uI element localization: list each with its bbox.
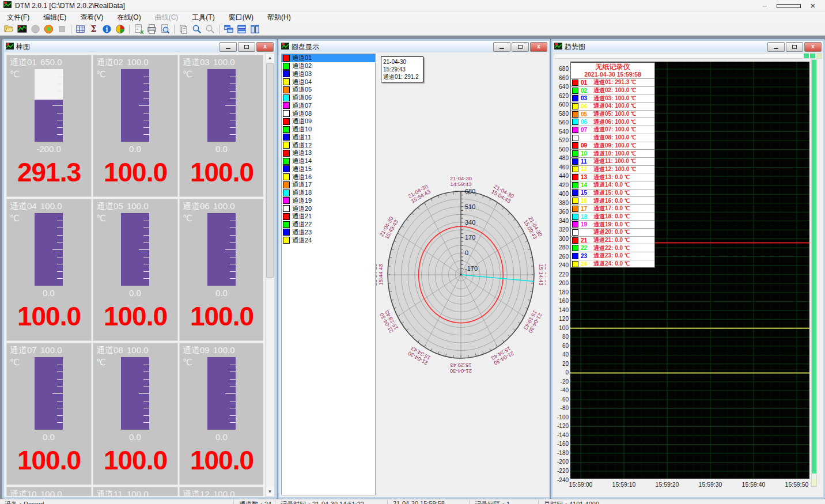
channel-list-item[interactable]: 通道24 (282, 236, 375, 244)
menu-5[interactable]: 曲线(C) (148, 12, 186, 23)
channel-list-item[interactable]: 通道04 (282, 78, 375, 86)
channel-color-swatch (283, 181, 290, 188)
menu-6[interactable]: 工具(T) (185, 12, 221, 23)
channel-color-swatch (283, 158, 290, 165)
open-file-icon[interactable] (2, 23, 16, 35)
channel-list[interactable]: 通道01通道02通道03通道04通道05通道06通道07通道08通道09通道10… (281, 54, 376, 495)
channel-list-item[interactable]: 通道06 (282, 94, 375, 102)
menu-2[interactable]: 编辑(E) (36, 12, 73, 23)
maximize-button[interactable] (512, 42, 529, 52)
scrollbar-thumb[interactable] (812, 60, 816, 473)
minimize-button[interactable]: – (752, 0, 777, 12)
record-icon[interactable] (42, 23, 55, 35)
channel-list-item[interactable]: 通道10 (282, 126, 375, 134)
scrollbar-thumb[interactable] (266, 63, 274, 278)
scroll-down-icon[interactable]: ▼ (266, 487, 274, 496)
menu-1[interactable]: 文件(F) (0, 12, 36, 23)
legend-row: 17通道17: 0.0 ℃ (571, 205, 654, 213)
channel-list-item[interactable]: 通道01 (282, 54, 375, 62)
channel-list-item[interactable]: 通道21 (282, 213, 375, 221)
scrollbar-thumb[interactable] (804, 54, 809, 58)
scrollbar-thumb[interactable] (810, 54, 815, 58)
channel-value-text: 通道02: 100.0 ℃ (593, 86, 636, 94)
channel-list-item[interactable]: 通道16 (282, 173, 375, 181)
start-disabled-icon[interactable] (29, 23, 42, 35)
channel-list-item[interactable]: 通道13 (282, 149, 375, 157)
tile-vertical-icon[interactable] (248, 23, 262, 35)
cascade-windows-icon[interactable] (222, 23, 235, 35)
menu-3[interactable]: 查看(V) (73, 12, 110, 23)
info-icon[interactable]: i (100, 23, 113, 35)
maximize-button[interactable] (786, 42, 803, 52)
channel-list-item[interactable]: 通道18 (282, 189, 375, 197)
scale-max-label: 100.0 (213, 345, 235, 355)
close-button[interactable]: x (804, 42, 822, 52)
stop-disabled-icon[interactable] (55, 23, 69, 35)
channel-list-item[interactable]: 通道23 (282, 229, 375, 237)
tick-mark (143, 91, 149, 92)
y-axis-tick-label: 200 (552, 280, 569, 286)
bar-gauge-panel: 通道10100.0℃0.0100.0 (6, 487, 92, 496)
tick-mark (143, 113, 149, 113)
minimize-button[interactable] (220, 42, 237, 52)
y-axis-tick-label: 480 (552, 155, 569, 161)
channel-list-item[interactable]: 通道11 (282, 134, 375, 142)
channel-list-item[interactable]: 通道05 (282, 86, 375, 94)
channel-value: 291.3 (7, 157, 91, 188)
print-icon[interactable] (145, 23, 158, 35)
menu-7[interactable]: 窗口(W) (222, 12, 260, 23)
bar-window-titlebar[interactable]: 棒图 x (4, 41, 275, 53)
scrollbar-end[interactable] (816, 54, 822, 58)
vertical-scrollbar[interactable]: ▲ ▼ (265, 53, 275, 497)
realtime-display-icon[interactable] (16, 23, 29, 35)
channel-name: 通道12 (183, 489, 211, 496)
tick-mark (143, 257, 149, 257)
channel-name: 通道06 (183, 201, 211, 212)
channel-color-swatch (283, 165, 290, 172)
close-button[interactable]: x (530, 42, 547, 52)
disc-window-titlebar[interactable]: 圆盘显示 x (279, 41, 549, 53)
bar-gauge-panel: 通道05100.0℃0.0100.0 (93, 199, 178, 341)
y-axis-tick-label: 580 (552, 111, 569, 117)
copy-icon[interactable] (177, 23, 190, 35)
channel-list-item[interactable]: 通道08 (282, 109, 375, 118)
scrollbar-end[interactable] (812, 479, 816, 486)
channel-label: 通道02 (292, 62, 312, 70)
tick-mark (230, 278, 236, 279)
menu-8[interactable]: 帮助(H) (260, 12, 298, 23)
menu-4[interactable]: 在线(O) (110, 12, 147, 23)
vertical-scrollbar[interactable] (811, 59, 817, 487)
channel-list-item[interactable]: 通道02 (282, 62, 375, 70)
maximize-button[interactable] (777, 0, 801, 12)
trend-window-titlebar[interactable]: 趋势图 x (552, 41, 823, 53)
channel-list-item[interactable]: 通道14 (282, 157, 375, 165)
zoom-out-disabled-icon[interactable] (203, 23, 217, 35)
maximize-button[interactable] (238, 42, 255, 52)
channel-list-item[interactable]: 通道20 (282, 204, 375, 213)
tile-horizontal-icon[interactable] (235, 23, 248, 35)
pie-chart-icon[interactable] (113, 23, 127, 35)
close-button[interactable]: × (801, 0, 825, 12)
export-data-icon[interactable]: X (132, 23, 145, 35)
close-button[interactable]: x (256, 42, 274, 52)
channel-list-item[interactable]: 通道12 (282, 141, 375, 149)
y-axis-tick-label: 440 (552, 173, 569, 179)
horizontal-scrollbar[interactable] (554, 53, 822, 59)
channel-list-item[interactable]: 通道15 (282, 165, 375, 173)
tick-mark (143, 271, 149, 272)
print-preview-icon[interactable] (158, 23, 172, 35)
channel-list-item[interactable]: 通道17 (282, 181, 375, 189)
channel-list-item[interactable]: 通道22 (282, 221, 375, 229)
minimize-button[interactable] (767, 42, 785, 52)
minimize-button[interactable] (493, 42, 510, 52)
channel-list-item[interactable]: 通道19 (282, 197, 375, 205)
channel-list-item[interactable]: 通道07 (282, 102, 375, 110)
tick-mark (230, 235, 236, 236)
data-table-icon[interactable] (74, 23, 87, 35)
scroll-up-icon[interactable]: ▲ (266, 54, 274, 62)
channel-list-item[interactable]: 通道09 (282, 118, 375, 126)
zoom-in-icon[interactable] (190, 23, 203, 35)
statistics-sigma-icon[interactable]: Σ (87, 23, 100, 35)
channel-list-item[interactable]: 通道03 (282, 70, 375, 78)
y-axis-tick-label: 380 (552, 200, 569, 206)
